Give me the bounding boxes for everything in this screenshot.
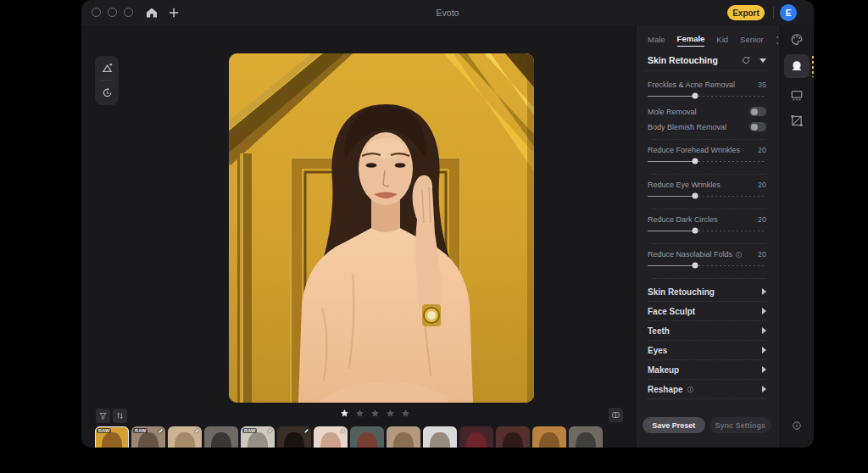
star-icon[interactable] [340, 409, 349, 418]
frames-tool-icon[interactable] [789, 88, 804, 103]
slider-thumb[interactable] [693, 193, 698, 199]
tab-senior[interactable]: Senior [740, 35, 763, 47]
slider-track[interactable] [648, 91, 766, 101]
tab-kid[interactable]: Kid [716, 35, 728, 47]
slider-thumb[interactable] [693, 228, 698, 234]
filmstrip-thumbnail[interactable]: 7 [314, 426, 348, 448]
zoom-window-icon[interactable] [124, 8, 133, 17]
filter-button[interactable] [96, 409, 110, 423]
filmstrip-thumbnail[interactable]: 9 [387, 426, 420, 448]
filmstrip-thumbnail[interactable]: 10 [423, 426, 457, 448]
filmstrip-thumbnail[interactable]: 6 [277, 426, 311, 448]
slider-track[interactable] [648, 191, 766, 201]
section-row-makeup[interactable]: Makeup [648, 360, 766, 380]
canvas-toolbar [95, 56, 119, 105]
section-label: Teeth [648, 326, 670, 336]
thumbnail-subject [102, 432, 122, 448]
new-tab-plus-icon[interactable] [167, 6, 181, 19]
reset-icon[interactable] [741, 55, 751, 65]
export-button[interactable]: Export [727, 5, 765, 20]
filmstrip-thumbnail[interactable]: 3 [168, 426, 202, 448]
close-window-icon[interactable] [92, 8, 101, 17]
tab-female[interactable]: Female [677, 34, 705, 47]
tab-male[interactable]: Male [648, 35, 665, 47]
toggle-switch[interactable] [749, 107, 766, 116]
slider-track[interactable] [648, 225, 766, 236]
chevron-right-icon [762, 327, 766, 334]
thumbnail-subject [175, 432, 195, 448]
edited-pencil-icon [303, 428, 309, 434]
thumbnail-subject [503, 432, 523, 448]
section-label: Skin Retouching [648, 287, 715, 297]
section-label: Reshape [648, 385, 694, 394]
minimize-window-icon[interactable] [108, 8, 117, 17]
filmstrip-thumbnail[interactable]: RAW5 [241, 426, 275, 448]
slider-thumb[interactable] [693, 263, 698, 269]
slider-track[interactable] [648, 156, 766, 166]
slider-thumb[interactable] [693, 159, 698, 164]
control-label: Body Blemish Removal [648, 123, 726, 131]
edited-pencil-icon [194, 428, 200, 434]
section-row-eyes[interactable]: Eyes [648, 341, 766, 360]
sync-settings-button[interactable]: Sync Settings [709, 417, 772, 433]
thumbnail-subject [466, 432, 487, 448]
toggle-row: Mole Removal [648, 107, 766, 116]
star-icon[interactable] [370, 409, 380, 418]
toggle-knob [751, 124, 758, 131]
filmstrip-thumbnail[interactable]: 13 [532, 426, 566, 448]
home-icon[interactable] [145, 6, 159, 19]
filmstrip-thumbnail[interactable]: 14 [569, 426, 603, 448]
thumbnail-subject [576, 432, 596, 448]
control-label: Reduce Forehead Wrinkles [648, 146, 740, 154]
filmstrip-thumbnail[interactable]: 12 [496, 426, 530, 448]
save-preset-button[interactable]: Save Preset [643, 417, 705, 433]
chevron-right-icon [762, 288, 766, 295]
chevron-right-icon [762, 308, 766, 314]
raw-badge: RAW [97, 428, 111, 433]
dotted-divider [653, 139, 766, 140]
filmstrip-thumbnail[interactable]: RAW1 [95, 426, 129, 448]
section-row-teeth[interactable]: Teeth [648, 321, 766, 341]
filmstrip-thumbnail[interactable]: RAW2 [131, 426, 165, 448]
filmstrip-thumbnail[interactable]: 4 [204, 426, 238, 448]
palette-tool-icon[interactable] [789, 32, 804, 47]
filmstrip-thumbnail[interactable]: 11 [459, 426, 493, 448]
panel-title: Skin Retouching [648, 55, 718, 65]
control-label: Reduce Nasolabial Folds [648, 250, 743, 259]
sort-button[interactable] [113, 409, 127, 423]
section-row-reshape[interactable]: Reshape [648, 380, 766, 399]
thumbnail-subject [248, 432, 268, 448]
panel-header: Skin Retouching [643, 52, 770, 71]
caret-down-icon[interactable] [760, 58, 766, 63]
star-icon[interactable] [355, 409, 364, 418]
section-label: Face Sculpt [648, 307, 695, 316]
history-icon[interactable] [99, 85, 114, 100]
panel-layout-button[interactable] [609, 408, 623, 422]
window-controls[interactable] [92, 8, 133, 17]
info-icon[interactable] [792, 420, 802, 431]
slider-value: 20 [758, 250, 766, 259]
star-icon[interactable] [401, 409, 410, 418]
section-row-skin-retouching[interactable]: Skin Retouching [648, 282, 766, 302]
thumbnail-subject [138, 432, 159, 448]
slider-track[interactable] [648, 260, 766, 270]
toggle-switch[interactable] [749, 122, 766, 131]
portrait-tool-icon[interactable] [789, 59, 804, 74]
avatar[interactable]: E [780, 4, 797, 21]
star-rating[interactable] [315, 409, 434, 418]
info-icon [735, 251, 743, 259]
titlebar-divider [773, 7, 774, 19]
star-icon[interactable] [386, 409, 395, 418]
chevron-right-icon [762, 386, 766, 392]
slider-thumb[interactable] [693, 93, 698, 99]
compare-icon[interactable] [99, 60, 114, 75]
section-row-face-sculpt[interactable]: Face Sculpt [648, 302, 766, 321]
filmstrip-thumbnail[interactable]: 8 [350, 426, 384, 448]
transform-tool-icon[interactable] [789, 114, 804, 128]
photo-canvas[interactable] [229, 53, 534, 403]
slider-fill [648, 96, 695, 97]
screen: Evoto Export E [0, 0, 868, 473]
section-label: Makeup [648, 365, 679, 375]
chevron-right-icon [762, 366, 766, 373]
toolbar-divider [101, 80, 113, 81]
